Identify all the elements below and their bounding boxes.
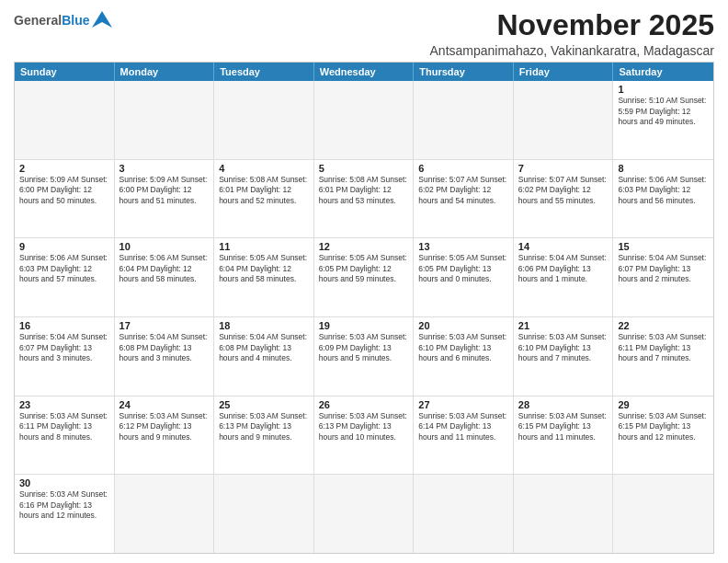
day-cell-20: 20Sunrise: 5:03 AM Sunset: 6:10 PM Dayli… [414,317,514,396]
day-number: 12 [319,241,409,252]
day-cell-30: 30Sunrise: 5:03 AM Sunset: 6:16 PM Dayli… [15,475,115,553]
logo-bird-icon [92,11,112,28]
day-info: Sunrise: 5:06 AM Sunset: 6:03 PM Dayligh… [19,253,109,284]
day-cell-empty [414,81,514,159]
day-info: Sunrise: 5:09 AM Sunset: 6:00 PM Dayligh… [19,175,109,206]
logo: General Blue [14,13,112,28]
day-number: 23 [19,399,109,410]
day-number: 16 [19,320,109,331]
title-block: November 2025 Antsampanimahazo, Vakinank… [430,9,714,58]
calendar-body: 1Sunrise: 5:10 AM Sunset: 5:59 PM Daylig… [15,81,713,553]
day-cell-19: 19Sunrise: 5:03 AM Sunset: 6:09 PM Dayli… [314,317,415,396]
day-info: Sunrise: 5:03 AM Sunset: 6:10 PM Dayligh… [418,332,508,363]
day-number: 25 [219,399,309,410]
page: General Blue November 2025 Antsampanimah… [0,0,728,563]
day-number: 7 [518,163,609,174]
day-cell-empty [314,475,415,553]
day-cell-23: 23Sunrise: 5:03 AM Sunset: 6:11 PM Dayli… [15,396,115,475]
day-info: Sunrise: 5:08 AM Sunset: 6:01 PM Dayligh… [219,175,309,206]
day-number: 4 [219,163,309,174]
day-cell-empty [115,475,215,553]
week-row-6: 30Sunrise: 5:03 AM Sunset: 6:16 PM Dayli… [15,474,713,553]
day-cell-29: 29Sunrise: 5:03 AM Sunset: 6:15 PM Dayli… [613,396,713,475]
day-cell-27: 27Sunrise: 5:03 AM Sunset: 6:14 PM Dayli… [414,396,514,475]
day-cell-10: 10Sunrise: 5:06 AM Sunset: 6:04 PM Dayli… [115,238,215,316]
day-info: Sunrise: 5:03 AM Sunset: 6:09 PM Dayligh… [319,332,409,363]
week-row-3: 9Sunrise: 5:06 AM Sunset: 6:03 PM Daylig… [15,237,713,316]
header: General Blue November 2025 Antsampanimah… [14,9,714,58]
day-info: Sunrise: 5:04 AM Sunset: 6:07 PM Dayligh… [618,253,709,284]
day-info: Sunrise: 5:04 AM Sunset: 6:07 PM Dayligh… [19,332,109,363]
day-number: 27 [418,399,508,410]
day-cell-empty [514,475,614,553]
day-info: Sunrise: 5:07 AM Sunset: 6:02 PM Dayligh… [518,175,609,206]
day-number: 28 [518,399,609,410]
day-number: 26 [319,399,409,410]
day-cell-2: 2Sunrise: 5:09 AM Sunset: 6:00 PM Daylig… [15,160,115,238]
day-number: 14 [518,241,609,252]
day-number: 18 [219,320,309,331]
day-cell-12: 12Sunrise: 5:05 AM Sunset: 6:05 PM Dayli… [314,238,415,316]
day-number: 21 [518,320,609,331]
day-number: 22 [618,320,709,331]
day-info: Sunrise: 5:06 AM Sunset: 6:04 PM Dayligh… [119,253,210,284]
day-header-sunday: Sunday [15,63,115,81]
svg-marker-0 [92,11,112,28]
day-cell-empty [514,81,614,159]
day-header-friday: Friday [514,63,614,81]
day-info: Sunrise: 5:09 AM Sunset: 6:00 PM Dayligh… [119,175,210,206]
day-number: 17 [119,320,210,331]
day-cell-3: 3Sunrise: 5:09 AM Sunset: 6:00 PM Daylig… [115,160,215,238]
day-cell-17: 17Sunrise: 5:04 AM Sunset: 6:08 PM Dayli… [115,317,215,396]
day-number: 9 [19,241,109,252]
day-number: 1 [618,84,709,95]
day-number: 6 [418,163,508,174]
day-cell-25: 25Sunrise: 5:03 AM Sunset: 6:13 PM Dayli… [214,396,314,475]
location: Antsampanimahazo, Vakinankaratra, Madaga… [430,43,714,58]
day-info: Sunrise: 5:04 AM Sunset: 6:08 PM Dayligh… [119,332,210,363]
day-cell-1: 1Sunrise: 5:10 AM Sunset: 5:59 PM Daylig… [613,81,713,159]
day-info: Sunrise: 5:04 AM Sunset: 6:06 PM Dayligh… [518,253,609,284]
day-number: 15 [618,241,709,252]
day-cell-8: 8Sunrise: 5:06 AM Sunset: 6:03 PM Daylig… [613,160,713,238]
day-cell-15: 15Sunrise: 5:04 AM Sunset: 6:07 PM Dayli… [613,238,713,316]
day-cell-21: 21Sunrise: 5:03 AM Sunset: 6:10 PM Dayli… [514,317,614,396]
day-info: Sunrise: 5:03 AM Sunset: 6:14 PM Dayligh… [418,411,508,442]
day-cell-empty [414,475,514,553]
day-info: Sunrise: 5:03 AM Sunset: 6:13 PM Dayligh… [219,411,309,442]
week-row-4: 16Sunrise: 5:04 AM Sunset: 6:07 PM Dayli… [15,316,713,396]
day-number: 10 [119,241,210,252]
day-info: Sunrise: 5:03 AM Sunset: 6:15 PM Dayligh… [518,411,609,442]
day-number: 30 [19,477,109,488]
day-cell-6: 6Sunrise: 5:07 AM Sunset: 6:02 PM Daylig… [414,160,514,238]
day-number: 3 [119,163,210,174]
day-header-saturday: Saturday [613,63,713,81]
day-info: Sunrise: 5:03 AM Sunset: 6:16 PM Dayligh… [19,489,109,521]
day-cell-9: 9Sunrise: 5:06 AM Sunset: 6:03 PM Daylig… [15,238,115,316]
day-info: Sunrise: 5:04 AM Sunset: 6:08 PM Dayligh… [219,332,309,363]
month-title: November 2025 [430,9,714,41]
day-info: Sunrise: 5:10 AM Sunset: 5:59 PM Dayligh… [618,96,709,127]
day-headers-row: SundayMondayTuesdayWednesdayThursdayFrid… [15,63,713,81]
day-info: Sunrise: 5:03 AM Sunset: 6:10 PM Dayligh… [518,332,609,363]
day-header-monday: Monday [115,63,215,81]
day-info: Sunrise: 5:05 AM Sunset: 6:04 PM Dayligh… [219,253,309,284]
day-cell-5: 5Sunrise: 5:08 AM Sunset: 6:01 PM Daylig… [314,160,415,238]
day-info: Sunrise: 5:08 AM Sunset: 6:01 PM Dayligh… [319,175,409,206]
day-info: Sunrise: 5:03 AM Sunset: 6:12 PM Dayligh… [119,411,210,442]
day-header-tuesday: Tuesday [214,63,314,81]
day-cell-4: 4Sunrise: 5:08 AM Sunset: 6:01 PM Daylig… [214,160,314,238]
day-cell-24: 24Sunrise: 5:03 AM Sunset: 6:12 PM Dayli… [115,396,215,475]
day-cell-14: 14Sunrise: 5:04 AM Sunset: 6:06 PM Dayli… [514,238,614,316]
day-cell-22: 22Sunrise: 5:03 AM Sunset: 6:11 PM Dayli… [613,317,713,396]
day-number: 19 [319,320,409,331]
day-info: Sunrise: 5:03 AM Sunset: 6:11 PM Dayligh… [618,332,709,363]
day-number: 8 [618,163,709,174]
day-info: Sunrise: 5:06 AM Sunset: 6:03 PM Dayligh… [618,175,709,206]
day-cell-18: 18Sunrise: 5:04 AM Sunset: 6:08 PM Dayli… [214,317,314,396]
day-info: Sunrise: 5:03 AM Sunset: 6:13 PM Dayligh… [319,411,409,442]
week-row-2: 2Sunrise: 5:09 AM Sunset: 6:00 PM Daylig… [15,159,713,238]
day-info: Sunrise: 5:07 AM Sunset: 6:02 PM Dayligh… [418,175,508,206]
week-row-1: 1Sunrise: 5:10 AM Sunset: 5:59 PM Daylig… [15,81,713,159]
day-cell-empty [314,81,415,159]
